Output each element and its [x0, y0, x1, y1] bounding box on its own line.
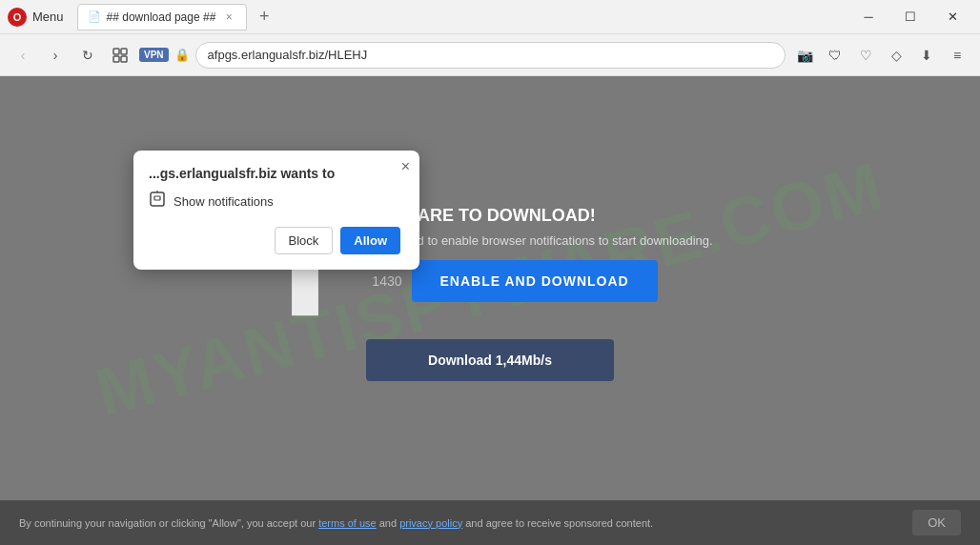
footer-text-before-tos: By continuing your navigation or clickin… — [19, 517, 318, 529]
popup-permission: Show notifications — [149, 191, 400, 212]
camera-button[interactable]: 📷 — [791, 42, 818, 69]
tab-bar: 📄 ## download page ## × + — [77, 4, 843, 30]
tabs-grid-button[interactable] — [107, 42, 133, 69]
svg-rect-0 — [113, 49, 119, 54]
url-text: afpgs.erlangualsfr.biz/HLEHJ — [208, 48, 368, 62]
popup-title: ...gs.erlangualsfr.biz wants to — [149, 166, 400, 181]
svg-rect-4 — [151, 192, 164, 206]
prepare-title: PREPARE TO DOWNLOAD! — [372, 206, 712, 226]
prepare-subtitle: You need to enable browser notifications… — [372, 233, 712, 248]
popup-buttons: Block Allow — [149, 227, 400, 254]
block-button[interactable]: Block — [275, 227, 334, 254]
opera-logo: O — [8, 8, 27, 27]
menu-button[interactable]: ≡ — [944, 42, 970, 69]
maximize-button[interactable]: ☐ — [890, 0, 930, 34]
enable-download-button[interactable]: ENABLE AND DOWNLOAD — [412, 260, 658, 302]
svg-rect-1 — [121, 49, 127, 54]
browser-frame: O Menu 📄 ## download page ## × + ─ ☐ ✕ ‹… — [0, 0, 980, 545]
window-controls: ─ ☐ ✕ — [848, 0, 972, 34]
popup-close-button[interactable]: × — [401, 158, 410, 175]
back-button[interactable]: ‹ — [10, 42, 36, 69]
allow-button[interactable]: Allow — [340, 227, 400, 254]
vpn-badge: VPN — [139, 48, 169, 62]
minimize-button[interactable]: ─ — [848, 0, 888, 34]
tab-icon: 📄 — [88, 10, 101, 23]
download-prefix: Download — [428, 353, 496, 368]
nav-actions: 📷 🛡 ♡ ◇ ⬇ ≡ — [791, 42, 970, 69]
forward-button[interactable]: › — [42, 42, 69, 69]
svg-rect-2 — [113, 56, 119, 62]
download-speed: 1,44Mb/s — [496, 353, 552, 368]
download-speed-button[interactable]: Download 1,44Mb/s — [366, 339, 614, 381]
browser-tab[interactable]: 📄 ## download page ## × — [77, 4, 248, 30]
nav-bar: ‹ › ↻ VPN 🔒 afpgs.erlangualsfr.biz/HLEHJ… — [0, 34, 980, 76]
file-size: 1430 — [372, 273, 401, 289]
new-tab-button[interactable]: + — [251, 4, 277, 30]
title-bar: O Menu 📄 ## download page ## × + ─ ☐ ✕ — [0, 0, 980, 34]
footer-ok-button[interactable]: OK — [912, 510, 961, 535]
footer-text-after: and agree to receive sponsored content. — [462, 517, 653, 529]
svg-rect-3 — [121, 56, 127, 62]
notification-icon — [149, 191, 166, 212]
tab-title: ## download page ## — [107, 10, 216, 24]
footer-text-between: and — [377, 517, 399, 529]
page-content: MYANTISPYWARE.COM × ...gs.erlangualsfr.b… — [0, 76, 980, 500]
terms-of-use-link[interactable]: terms of use — [318, 517, 377, 529]
download-row: 1430 ENABLE AND DOWNLOAD — [372, 260, 712, 302]
footer-text: By continuing your navigation or clickin… — [19, 517, 893, 529]
permission-label: Show notifications — [174, 194, 274, 209]
menu-label: Menu — [32, 10, 64, 24]
shield-button[interactable]: 🛡 — [822, 42, 848, 69]
url-bar[interactable]: afpgs.erlangualsfr.biz/HLEHJ — [195, 42, 786, 69]
text-area: PREPARE TO DOWNLOAD! You need to enable … — [372, 196, 712, 302]
refresh-button[interactable]: ↻ — [74, 42, 101, 69]
heart-button[interactable]: ♡ — [852, 42, 879, 69]
tab-close-btn[interactable]: × — [221, 10, 236, 25]
svg-rect-5 — [154, 196, 160, 200]
snapshot-button[interactable]: ◇ — [883, 42, 909, 69]
lock-icon: 🔒 — [174, 48, 190, 62]
notification-popup: × ...gs.erlangualsfr.biz wants to Show n… — [133, 151, 419, 270]
close-window-button[interactable]: ✕ — [932, 0, 972, 34]
privacy-policy-link[interactable]: privacy policy — [399, 517, 462, 529]
footer-bar: By continuing your navigation or clickin… — [0, 500, 980, 545]
download-nav-button[interactable]: ⬇ — [913, 42, 940, 69]
